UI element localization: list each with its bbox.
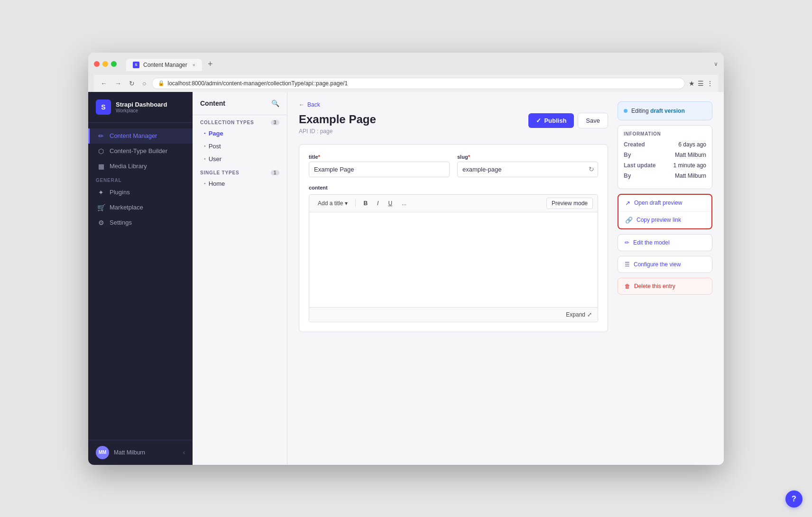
collection-item-label: Post: [209, 143, 221, 150]
back-label: Back: [307, 101, 320, 108]
browser-tab[interactable]: S Content Manager ×: [126, 59, 202, 71]
edit-model-link[interactable]: ✏ Edit the model: [618, 234, 712, 251]
preview-mode-button[interactable]: Preview mode: [546, 198, 593, 209]
editor-body[interactable]: [309, 212, 598, 307]
new-tab-button[interactable]: +: [204, 57, 217, 71]
configure-view-icon: ☰: [625, 261, 630, 268]
extensions-icon[interactable]: ☰: [698, 80, 704, 87]
sidebar-item-content-type-builder[interactable]: ⬡ Content-Type Builder: [88, 144, 193, 159]
edit-model-icon: ✏: [625, 239, 629, 246]
expand-icon: ⤢: [587, 311, 592, 318]
api-id: API ID : page: [299, 128, 376, 135]
back-nav-button[interactable]: ←: [99, 79, 109, 88]
home-button[interactable]: ○: [140, 79, 148, 88]
general-section-label: GENERAL: [88, 174, 193, 185]
configure-view-link[interactable]: ☰ Configure the view: [618, 256, 712, 273]
form-card: title* slug* ↻: [299, 144, 608, 332]
minimize-traffic-light[interactable]: [102, 61, 108, 67]
open-draft-preview-link[interactable]: ↗ Open draft preview: [618, 195, 711, 212]
lock-icon: 🔒: [158, 80, 165, 86]
copy-preview-link[interactable]: 🔗 Copy preview link: [618, 212, 711, 228]
title-label: title*: [309, 154, 450, 160]
italic-button[interactable]: I: [373, 198, 382, 209]
sidebar-item-label: Settings: [110, 219, 132, 226]
single-types-section: SINGLE TYPES 1: [193, 165, 287, 177]
sidebar-item-media-library[interactable]: ▦ Media Library: [88, 159, 193, 174]
expand-button[interactable]: Expand ⤢: [566, 311, 592, 318]
brand-area[interactable]: S Strapi Dashboard Workplace: [88, 92, 193, 123]
add-title-button[interactable]: Add a title ▾: [314, 198, 351, 209]
sidebar-item-marketplace[interactable]: 🛒 Marketplace: [88, 200, 193, 215]
sidebar-item-label: Content-Type Builder: [110, 147, 167, 154]
updated-by-value: Matt Milburn: [675, 172, 706, 179]
marketplace-icon: 🛒: [97, 204, 105, 211]
right-panel: Editing draft version INFORMATION Create…: [618, 101, 712, 455]
sidebar-item-content-manager[interactable]: ✏ Content Manager: [88, 128, 193, 144]
sidebar-item-plugins[interactable]: ✦ Plugins: [88, 185, 193, 200]
tab-favicon: S: [133, 62, 139, 68]
brand-name: Strapi Dashboard: [116, 101, 167, 108]
collection-item-post[interactable]: ● Post: [193, 140, 287, 153]
slug-input[interactable]: [457, 162, 598, 177]
collection-item-user[interactable]: ● User: [193, 153, 287, 165]
tab-close-button[interactable]: ×: [193, 62, 195, 68]
sidebar-item-settings[interactable]: ⚙ Settings: [88, 215, 193, 230]
collapse-button[interactable]: ‹: [183, 449, 185, 456]
delete-entry-link[interactable]: 🗑 Delete this entry: [618, 278, 712, 295]
created-label: Created: [624, 141, 645, 148]
window-controls: ∨: [714, 61, 718, 67]
rich-editor: Add a title ▾ B I: [309, 194, 598, 322]
forward-nav-button[interactable]: →: [113, 79, 123, 88]
created-value: 6 days ago: [678, 141, 706, 148]
content-label: content: [309, 185, 598, 190]
menu-icon[interactable]: ⋮: [707, 80, 713, 87]
single-types-label: SINGLE TYPES: [200, 170, 239, 175]
back-arrow-icon: ←: [299, 101, 304, 108]
dropdown-arrow-icon: ▾: [345, 200, 348, 207]
single-item-home[interactable]: ● Home: [193, 177, 287, 190]
edit-model-label: Edit the model: [633, 239, 670, 246]
user-area[interactable]: MM Matt Milburn ‹: [88, 440, 193, 465]
address-bar[interactable]: 🔒 localhost:8000/admin/content-manager/c…: [152, 78, 685, 89]
reload-button[interactable]: ↻: [127, 79, 137, 88]
sidebar-item-label: Marketplace: [110, 204, 143, 211]
entry-area: ← Back Example Page API ID : page ✓ Publ…: [299, 101, 608, 455]
bold-button[interactable]: B: [360, 198, 371, 209]
updated-by-row: By Matt Milburn: [624, 172, 706, 179]
sidebar: S Strapi Dashboard Workplace ✏ Content M…: [88, 92, 193, 465]
save-button[interactable]: Save: [578, 113, 608, 128]
close-traffic-light[interactable]: [94, 61, 100, 67]
maximize-traffic-light[interactable]: [111, 61, 117, 67]
underline-button[interactable]: U: [384, 198, 396, 209]
collection-item-page[interactable]: ● Page: [193, 127, 287, 140]
bookmark-icon[interactable]: ★: [689, 80, 695, 87]
refresh-icon[interactable]: ↻: [589, 165, 594, 173]
sidebar-item-label: Plugins: [110, 189, 130, 196]
collection-count: 3: [271, 120, 279, 125]
title-slug-row: title* slug* ↻: [309, 154, 598, 177]
collection-item-label: User: [209, 155, 221, 163]
back-link[interactable]: ← Back: [299, 101, 608, 108]
search-button[interactable]: 🔍: [271, 100, 279, 107]
slug-label-text: slug: [457, 154, 468, 160]
check-icon: ✓: [536, 117, 541, 124]
publish-button[interactable]: ✓ Publish: [528, 113, 574, 128]
help-button[interactable]: ?: [785, 490, 803, 508]
collection-types-label: COLLECTION TYPES: [200, 120, 254, 125]
last-update-label: Last update: [624, 162, 655, 169]
more-label: ...: [402, 200, 406, 207]
more-button[interactable]: ...: [398, 198, 410, 209]
slug-input-wrapper: ↻: [457, 162, 598, 177]
created-by-row: By Matt Milburn: [624, 152, 706, 158]
title-input[interactable]: [309, 162, 450, 177]
url-text: localhost:8000/admin/content-manager/col…: [167, 80, 348, 87]
editor-toolbar: Add a title ▾ B I: [309, 195, 598, 212]
content-manager-icon: ✏: [97, 132, 105, 140]
link-icon: 🔗: [625, 217, 633, 224]
slug-label: slug*: [457, 154, 598, 160]
underline-label: U: [388, 200, 392, 207]
italic-label: I: [377, 200, 378, 207]
bullet-icon: ●: [204, 157, 206, 160]
last-update-row: Last update 1 minute ago: [624, 162, 706, 169]
actions-box: ↗ Open draft preview 🔗 Copy preview link: [618, 194, 712, 229]
